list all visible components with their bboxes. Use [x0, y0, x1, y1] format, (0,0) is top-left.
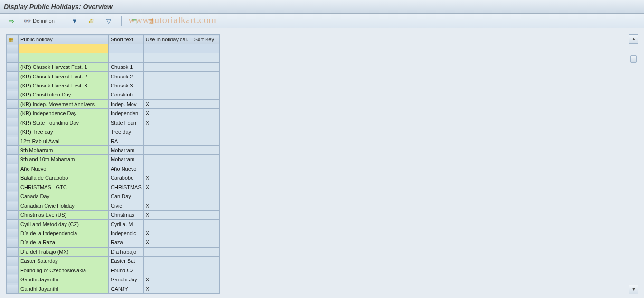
table-row[interactable]: 9th and 10th MoharramMoharram	[7, 155, 220, 164]
cell-holiday-name[interactable]: Christmas Eve (US)	[19, 210, 109, 219]
row-selector[interactable]	[7, 90, 19, 99]
cell-use-in-cal[interactable]	[143, 247, 192, 256]
cell-sort-key[interactable]	[192, 81, 219, 90]
row-selector[interactable]	[7, 210, 19, 219]
cell-short-text[interactable]: State Foun	[109, 118, 144, 127]
cell-short-text[interactable]: Chusok 1	[109, 62, 144, 71]
scroll-down-button[interactable]: ▼	[629, 285, 638, 294]
cell-sort-key[interactable]	[192, 201, 219, 210]
cell-short-text[interactable]: Constituti	[109, 90, 144, 99]
cell-short-text[interactable]: Tree day	[109, 127, 144, 136]
table-row[interactable]: 9th MoharramMoharram	[7, 145, 220, 154]
col-header-sort[interactable]: Sort Key	[192, 35, 219, 44]
cell-holiday-name[interactable]: Easter Saturday	[19, 257, 109, 266]
cell-sort-key[interactable]	[192, 210, 219, 219]
layout-button[interactable]: ▦	[143, 15, 159, 27]
cell-holiday-name[interactable]: Canadian Civic Holiday	[19, 201, 109, 210]
cell-holiday-name[interactable]: CHRISTMAS - GTC	[19, 183, 109, 192]
cell-use-in-cal[interactable]	[143, 81, 192, 90]
row-selector[interactable]	[7, 266, 19, 275]
row-selector[interactable]	[7, 72, 19, 81]
select-all-header[interactable]: ▦	[7, 35, 19, 44]
row-selector[interactable]	[7, 62, 19, 71]
row-selector[interactable]	[7, 247, 19, 256]
cell-use-in-cal[interactable]	[143, 257, 192, 266]
table-row[interactable]: (KR) Constitution DayConstituti	[7, 90, 220, 99]
scroll-up-button[interactable]: ▲	[629, 35, 638, 44]
cell-holiday-name[interactable]	[19, 44, 109, 53]
cell-short-text[interactable]: DíaTrabajo	[109, 247, 144, 256]
cell-holiday-name[interactable]: Día del Trabajo (MX)	[19, 247, 109, 256]
cell-use-in-cal[interactable]	[143, 164, 192, 173]
cell-use-in-cal[interactable]: X	[143, 210, 192, 219]
cell-short-text[interactable]: Cyril a. M	[109, 220, 144, 229]
cell-sort-key[interactable]	[192, 247, 219, 256]
cell-holiday-name[interactable]: Canada Day	[19, 192, 109, 201]
col-header-name[interactable]: Public holiday	[19, 35, 109, 44]
cell-short-text[interactable]: GANJY	[109, 284, 144, 294]
cell-use-in-cal[interactable]	[143, 44, 192, 53]
cell-use-in-cal[interactable]	[143, 127, 192, 136]
cell-sort-key[interactable]	[192, 109, 219, 118]
cell-short-text[interactable]: Chusok 3	[109, 81, 144, 90]
row-selector[interactable]	[7, 284, 19, 294]
row-selector[interactable]	[7, 145, 19, 154]
cell-use-in-cal[interactable]	[143, 192, 192, 201]
cell-holiday-name[interactable]: Día de la Raza	[19, 238, 109, 247]
cell-sort-key[interactable]	[192, 136, 219, 145]
cell-sort-key[interactable]	[192, 275, 219, 284]
row-selector[interactable]	[7, 238, 19, 247]
filter-button[interactable]: ▼	[67, 15, 82, 27]
cell-short-text[interactable]: Christmas	[109, 210, 144, 219]
cell-sort-key[interactable]	[192, 229, 219, 238]
cell-holiday-name[interactable]: Gandhi Jayanthi	[19, 275, 109, 284]
table-row[interactable]: (KR) Tree dayTree day	[7, 127, 220, 136]
cell-holiday-name[interactable]: Cyril and Metod day (CZ)	[19, 220, 109, 229]
cell-sort-key[interactable]	[192, 62, 219, 71]
col-header-use[interactable]: Use in holiday cal.	[143, 35, 192, 44]
table-row[interactable]: Día de la RazaRazaX	[7, 238, 220, 247]
cell-holiday-name[interactable]: (KR) Chusok Harvest Fest. 1	[19, 62, 109, 71]
cell-short-text[interactable]: Easter Sat	[109, 257, 144, 266]
cell-use-in-cal[interactable]: X	[143, 284, 192, 294]
table-row[interactable]: Easter SaturdayEaster Sat	[7, 257, 220, 266]
print-button[interactable]: 🖶	[84, 15, 99, 27]
cell-holiday-name[interactable]: (KR) Tree day	[19, 127, 109, 136]
cell-sort-key[interactable]	[192, 90, 219, 99]
cell-use-in-cal[interactable]: X	[143, 118, 192, 127]
cell-short-text[interactable]: Found.CZ	[109, 266, 144, 275]
table-row[interactable]: CHRISTMAS - GTCCHRISTMASX	[7, 183, 220, 192]
cell-holiday-name[interactable]: (KR) Indep. Movement Annivers.	[19, 99, 109, 108]
cell-holiday-name[interactable]: (KR) Constitution Day	[19, 90, 109, 99]
cell-holiday-name[interactable]: Año Nuevo	[19, 164, 109, 173]
table-row[interactable]: Día del Trabajo (MX)DíaTrabajo	[7, 247, 220, 256]
row-selector[interactable]	[7, 44, 19, 53]
cell-use-in-cal[interactable]	[143, 136, 192, 145]
row-selector[interactable]	[7, 257, 19, 266]
table-row[interactable]: (KR) Indep. Movement Annivers.Indep. Mov…	[7, 99, 220, 108]
vertical-scrollbar[interactable]: ▲ ▼	[629, 34, 638, 294]
cell-use-in-cal[interactable]	[143, 145, 192, 154]
row-selector[interactable]	[7, 164, 19, 173]
scroll-drag-handle[interactable]	[630, 55, 637, 63]
cell-use-in-cal[interactable]: X	[143, 238, 192, 247]
table-row[interactable]: Cyril and Metod day (CZ)Cyril a. M	[7, 220, 220, 229]
row-selector[interactable]	[7, 192, 19, 201]
holiday-table[interactable]: ▦ Public holiday Short text Use in holid…	[6, 35, 220, 294]
table-row[interactable]: (KR) Chusok Harvest Fest. 2Chusok 2	[7, 72, 220, 81]
table-row[interactable]: Gandhi JayanthiGANJYX	[7, 284, 220, 294]
cell-sort-key[interactable]	[192, 145, 219, 154]
cell-short-text[interactable]: Moharram	[109, 145, 144, 154]
cell-sort-key[interactable]	[192, 99, 219, 108]
table-row[interactable]: (KR) Chusok Harvest Fest. 3Chusok 3	[7, 81, 220, 90]
cell-short-text[interactable]: Año Nuevo	[109, 164, 144, 173]
row-selector[interactable]	[7, 81, 19, 90]
cell-sort-key[interactable]	[192, 72, 219, 81]
cell-sort-key[interactable]	[192, 155, 219, 164]
col-header-short[interactable]: Short text	[109, 35, 144, 44]
cell-sort-key[interactable]	[192, 266, 219, 275]
row-selector[interactable]	[7, 275, 19, 284]
cell-short-text[interactable]: Raza	[109, 238, 144, 247]
row-selector[interactable]	[7, 229, 19, 238]
table-row[interactable]: Batalla de CaraboboCaraboboX	[7, 173, 220, 183]
